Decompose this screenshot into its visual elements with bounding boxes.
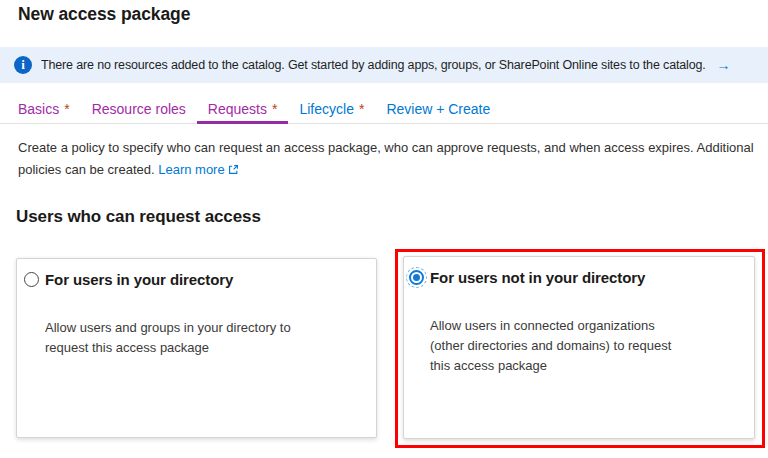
policy-description-line2: policies can be created. Learn more	[18, 159, 754, 181]
tab-bar: Basics * Resource roles Requests * Lifec…	[0, 96, 768, 124]
radio-button-users-not-in-directory[interactable]	[409, 270, 424, 285]
radio-button-users-in-directory[interactable]	[24, 272, 39, 287]
info-icon: i	[14, 56, 32, 74]
request-options: For users in your directory Allow users …	[0, 249, 768, 454]
option-description: Allow users and groups in your directory…	[45, 318, 360, 358]
tab-lifecycle[interactable]: Lifecycle *	[288, 96, 375, 124]
required-asterisk: *	[359, 101, 364, 117]
option-title: For users not in your directory	[430, 268, 645, 287]
option-title: For users in your directory	[45, 270, 233, 289]
required-asterisk: *	[272, 101, 277, 117]
option-head: For users in your directory	[17, 259, 376, 289]
required-asterisk: *	[64, 101, 69, 117]
radio-dot	[413, 274, 420, 281]
tab-requests[interactable]: Requests *	[197, 96, 289, 124]
banner-message: There are no resources added to the cata…	[41, 58, 706, 72]
option-description-line: this access package	[430, 356, 738, 376]
option-description: Allow users in connected organizations (…	[430, 316, 738, 376]
tab-lifecycle-label: Lifecycle	[299, 101, 353, 117]
section-heading: Users who can request access	[16, 207, 261, 227]
tab-requests-label: Requests	[208, 101, 267, 117]
option-description-line: request this access package	[45, 338, 360, 358]
info-banner: i There are no resources added to the ca…	[0, 47, 768, 83]
option-description-line: Allow users and groups in your directory…	[45, 318, 360, 338]
banner-arrow-link[interactable]: →	[717, 57, 731, 73]
red-highlight-box: For users not in your directory Allow us…	[395, 249, 765, 448]
option-card-users-in-directory[interactable]: For users in your directory Allow users …	[16, 258, 377, 438]
learn-more-link[interactable]: Learn more	[158, 162, 224, 177]
option-head: For users not in your directory	[404, 257, 754, 287]
option-description-line: Allow users in connected organizations	[430, 316, 738, 336]
tab-review-create-label: Review + Create	[386, 101, 490, 117]
policy-description: Create a policy to specify who can reque…	[18, 137, 754, 181]
page-title: New access package	[18, 4, 190, 25]
external-link-icon	[228, 164, 239, 175]
tab-resource-roles[interactable]: Resource roles	[81, 96, 197, 124]
option-description-line: (other directories and domains) to reque…	[430, 336, 738, 356]
option-card-users-not-in-directory[interactable]: For users not in your directory Allow us…	[403, 256, 755, 439]
policy-description-line1: Create a policy to specify who can reque…	[18, 137, 754, 159]
policy-description-line2-text: policies can be created.	[18, 162, 158, 177]
tab-basics[interactable]: Basics *	[7, 96, 81, 124]
tab-review-create[interactable]: Review + Create	[375, 96, 501, 124]
tab-basics-label: Basics	[18, 101, 59, 117]
new-access-package-page: New access package i There are no resour…	[0, 0, 768, 458]
tab-resource-roles-label: Resource roles	[92, 101, 186, 117]
